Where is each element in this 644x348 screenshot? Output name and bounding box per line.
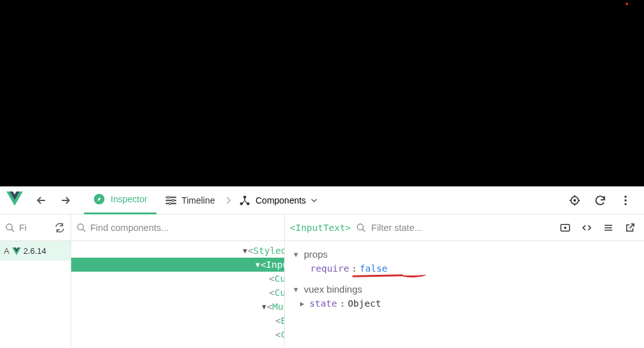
tree-node-styledform[interactable]: ▼<StyledForm key — [71, 244, 284, 258]
component-name: CustomLabe — [275, 274, 285, 284]
tab-timeline-label: Timeline — [182, 195, 215, 205]
triangle-down-icon: ▼ — [292, 251, 300, 258]
svg-point-6 — [168, 202, 170, 204]
sync-button[interactable] — [54, 222, 65, 233]
vuex-group: ▼ vuex bindings ▶ state: Object — [292, 282, 636, 311]
nav-arrows — [31, 190, 76, 211]
prop-row-require[interactable]: require: false — [292, 261, 636, 276]
tab-components-label: Components — [256, 195, 306, 205]
prop-key: require — [310, 263, 349, 274]
forward-button[interactable] — [55, 190, 76, 211]
props-group-label: props — [304, 249, 328, 260]
compass-icon — [93, 193, 106, 205]
triangle-down-icon: ▼ — [292, 286, 300, 293]
apps-column: A 2.6.14 — [0, 214, 71, 348]
triangle-right-icon: ▶ — [300, 300, 305, 308]
vue-devtools: Inspector Timeline Components — [0, 186, 644, 348]
tab-inspector-label: Inspector — [111, 194, 147, 204]
tab-timeline[interactable]: Timeline — [156, 186, 224, 214]
search-icon — [356, 223, 366, 233]
vue-badge-icon — [12, 247, 21, 255]
tree-node-inputtext[interactable]: ▼<InputText> — [71, 258, 284, 272]
svg-rect-2 — [165, 199, 176, 200]
svg-point-17 — [357, 224, 363, 230]
svg-point-14 — [624, 203, 626, 205]
tree-node-customlabe[interactable]: <CustomLabe> — [71, 272, 284, 286]
refresh-button[interactable] — [589, 190, 611, 211]
props-group: ▼ props require: false — [292, 247, 636, 276]
inspect-dom-button[interactable] — [578, 219, 596, 237]
component-name: InputText — [266, 260, 285, 270]
search-icon — [76, 223, 86, 233]
svg-point-19 — [564, 226, 566, 229]
search-icon — [5, 223, 15, 233]
content-region — [0, 0, 644, 186]
component-tree: ▼<StyledForm key▼<InputText><CustomLabe>… — [71, 241, 284, 342]
tree-node-multiselect[interactable]: ▼<Multiselect> — [71, 300, 284, 314]
vuex-key: state — [310, 298, 338, 309]
scroll-to-component-button[interactable] — [556, 219, 574, 237]
component-name: CustomLabel — [275, 288, 285, 298]
tree-icon — [239, 195, 250, 206]
apps-header — [0, 214, 71, 241]
svg-point-15 — [6, 224, 12, 230]
triangle-down-icon: ▼ — [256, 261, 260, 269]
components-column: ▼<StyledForm key▼<InputText><CustomLabe>… — [71, 214, 285, 348]
svg-point-11 — [574, 199, 576, 201]
component-name: Multiselect — [272, 302, 285, 312]
svg-point-5 — [172, 199, 174, 201]
svg-point-16 — [78, 224, 83, 230]
app-letter: A — [4, 246, 10, 256]
state-filter-input[interactable] — [371, 223, 551, 233]
state-action-icons — [556, 219, 639, 237]
panes: A 2.6.14 ▼<StyledForm key▼<InputText><Cu… — [0, 214, 644, 348]
more-button[interactable] — [615, 190, 636, 211]
apps-filter-input[interactable] — [19, 223, 50, 233]
vue-version: 2.6.14 — [24, 246, 46, 256]
vuex-group-header[interactable]: ▼ vuex bindings — [292, 282, 636, 296]
prop-value: false — [360, 263, 388, 274]
svg-point-13 — [624, 199, 626, 201]
state-header: <InputText> — [285, 214, 644, 241]
back-button[interactable] — [31, 190, 52, 211]
tab-components[interactable]: Components — [233, 195, 324, 206]
tab-inspector[interactable]: Inspector — [84, 186, 156, 214]
component-name: StyledForm — [253, 246, 285, 256]
chevron-separator-icon — [225, 195, 231, 205]
popout-button[interactable] — [621, 219, 639, 237]
toolbar-right — [564, 190, 636, 211]
selected-component-name: <InputText> — [290, 223, 351, 233]
props-group-header[interactable]: ▼ props — [292, 247, 636, 261]
locate-button[interactable] — [564, 190, 586, 211]
vuex-group-label: vuex bindings — [304, 284, 362, 295]
components-header — [71, 214, 284, 241]
annotation-underline — [352, 274, 403, 277]
vuex-value: Object — [348, 298, 381, 309]
devtools-toolbar: Inspector Timeline Components — [0, 186, 644, 214]
vuex-row-state[interactable]: ▶ state: Object — [292, 296, 636, 311]
timeline-icon — [165, 196, 177, 205]
state-column: <InputText> — [285, 214, 644, 348]
recording-indicator — [626, 3, 628, 5]
tree-node-checkbox[interactable]: <Checkbox k — [71, 328, 284, 342]
tree-node-boldarrowi[interactable]: <BoldArrowI> — [71, 314, 284, 328]
vue-logo-icon — [6, 191, 24, 209]
components-search-input[interactable] — [90, 223, 279, 233]
app-chip[interactable]: A 2.6.14 — [0, 241, 71, 261]
triangle-down-icon: ▼ — [262, 303, 266, 311]
svg-point-4 — [167, 196, 168, 198]
open-in-editor-button[interactable] — [599, 219, 617, 237]
triangle-down-icon: ▼ — [243, 247, 247, 255]
svg-point-12 — [624, 195, 626, 197]
tree-node-customlabel[interactable]: <CustomLabel> — [71, 286, 284, 300]
chevron-down-icon — [311, 197, 317, 204]
state-body: ▼ props require: false ▼ vuex bindings — [285, 241, 644, 324]
